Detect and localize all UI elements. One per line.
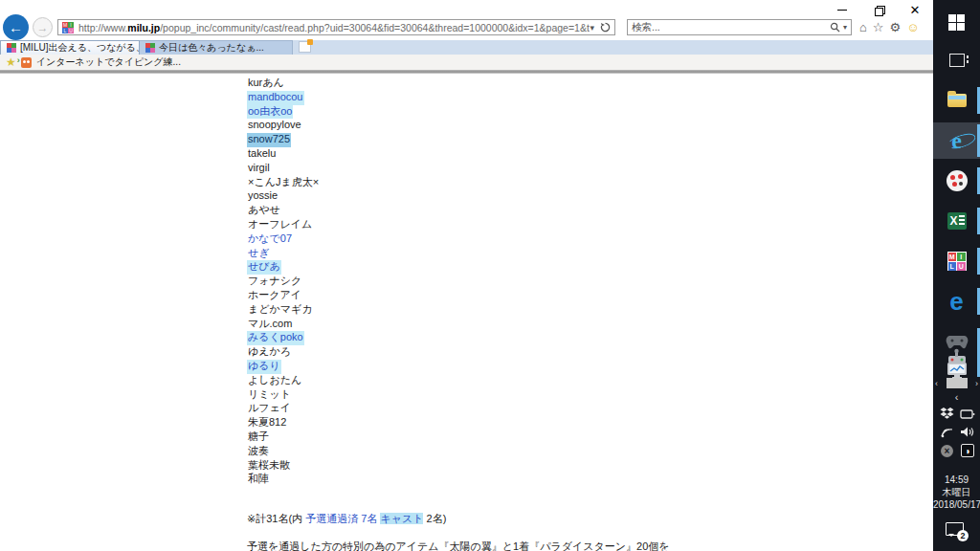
add-favorite-icon[interactable]: ★ [6, 56, 16, 68]
app-tray-icon[interactable]: ◑ [961, 444, 974, 457]
member-name: ルフェイ [247, 402, 292, 416]
new-tab-button[interactable] [299, 41, 311, 53]
member-name: マル.com [247, 318, 293, 332]
member-name[interactable]: oo由衣oo [247, 105, 293, 120]
clipped-paragraph: 予選を通過した方の特別の為のアイテム『太陽の翼』と1着『パラダイスターン』20個… [247, 540, 670, 551]
member-name[interactable]: せぎ [247, 247, 271, 261]
member-name-row: かなで07 [247, 232, 320, 247]
member-name-row: yossie [247, 189, 320, 204]
member-name[interactable]: せびあ [247, 260, 281, 275]
cast-link[interactable]: キャスト [380, 513, 423, 524]
task-view-icon [949, 54, 965, 67]
smiley-feedback-icon[interactable]: ☺ [906, 20, 919, 34]
member-name[interactable]: mandbocou [247, 91, 304, 105]
taskbar-joystick-app2[interactable] [933, 341, 980, 373]
task-view-button[interactable] [933, 42, 980, 78]
network-wifi-icon[interactable] [940, 426, 954, 438]
member-name[interactable]: みるくpoko [247, 331, 304, 345]
member-name-row: snoopylove [247, 119, 320, 133]
member-name-row: マル.com [247, 318, 320, 332]
member-name-list: kurあんmandbocouoo由衣oosnoopylovesnow725tak… [247, 77, 320, 487]
tray-show-hidden-icons[interactable]: ‹ [933, 391, 980, 403]
member-name-row: フォナシク [247, 275, 320, 289]
settings-gear-icon[interactable]: ⚙ [890, 20, 902, 34]
member-name: ゆえかろ [247, 345, 292, 360]
tab-favicon [7, 43, 16, 53]
joystick-icon [947, 348, 968, 365]
member-name-row: あやせ [247, 204, 320, 218]
display-tray-icon[interactable] [960, 408, 975, 420]
refresh-icon[interactable] [600, 22, 611, 33]
restore-button[interactable] [868, 2, 889, 17]
member-name[interactable]: snow725 [247, 133, 291, 147]
scrollbar-thumb[interactable] [947, 378, 968, 388]
member-name-row: virgil [247, 162, 320, 176]
member-name-row: 波奏 [247, 445, 320, 459]
taskbar-file-explorer[interactable] [933, 82, 980, 119]
dropbox-tray-icon[interactable] [940, 408, 954, 420]
search-dropdown-icon[interactable]: ▾ [843, 23, 847, 32]
windows-taskbar: e X MILU e [933, 0, 980, 551]
qualified-count-link[interactable]: 予選通過済 7名 [305, 513, 377, 524]
clock-date[interactable]: 2018/05/17 [933, 498, 980, 511]
tab-bar: [MILU]出会える、つながる、楽... × 今日は色々あったなぁ... [0, 40, 933, 55]
action-center-button[interactable]: 2 [946, 522, 967, 540]
member-name: 糖子 [247, 430, 270, 445]
member-name: yossie [247, 189, 278, 204]
scroll-left-icon[interactable]: ‹ [935, 379, 938, 388]
taskbar-milu-app[interactable]: MILU [933, 243, 980, 279]
member-name: 朱夏812 [247, 416, 287, 430]
member-name-row: ×こんJま虎太× [247, 176, 320, 190]
search-icon[interactable] [830, 22, 840, 33]
member-name-row: takelu [247, 147, 320, 162]
clock-time[interactable]: 14:59 [933, 474, 980, 486]
address-bar[interactable]: MILU http://www.milu.jp/popup_inc/commun… [57, 19, 615, 35]
member-name-row: ホークアイ [247, 289, 320, 303]
tab-milu-active[interactable]: [MILU]出会える、つながる、楽... × [0, 40, 140, 55]
member-name-row: snow725 [247, 133, 320, 147]
scroll-right-icon[interactable]: › [975, 379, 978, 388]
member-name-row: せぎ [247, 247, 320, 261]
member-name: ホークアイ [247, 289, 302, 303]
taskbar-scrollbar[interactable]: ‹ › [935, 377, 978, 389]
favorites-star-icon[interactable]: ☆ [873, 20, 884, 34]
taskbar-edge[interactable]: e [933, 283, 980, 320]
member-name-row: oo由衣oo [247, 105, 320, 120]
system-tray: × ◑ [937, 408, 977, 457]
url-dropdown-icon[interactable]: ▾ [590, 23, 594, 33]
clock-day[interactable]: 木曜日 [933, 486, 980, 498]
search-box[interactable]: 検索... ▾ [627, 19, 852, 35]
desktop-screen: ✕ ← → MILU http://www.milu.jp/popup_inc/… [0, 0, 980, 551]
volume-speaker-icon[interactable] [960, 426, 974, 438]
start-button[interactable] [933, 4, 980, 40]
member-name[interactable]: ゆるり [247, 360, 281, 374]
favorite-link[interactable]: インターネットでタイピング練... [36, 55, 181, 69]
member-name-row: kurあん [247, 77, 320, 91]
back-button[interactable]: ← [3, 14, 29, 40]
member-name: オーフレイム [247, 218, 313, 232]
member-name: 和陣 [247, 473, 270, 487]
favorite-site-icon [21, 57, 32, 68]
minimize-button[interactable] [832, 2, 853, 17]
member-name: フォナシク [247, 275, 302, 289]
member-name: リミット [247, 388, 292, 403]
member-name[interactable]: かなで07 [247, 232, 293, 247]
member-name: まどかマギカ [247, 303, 314, 318]
taskbar-internet-explorer[interactable]: e [933, 122, 980, 159]
taskbar-red-dots-app[interactable] [933, 163, 980, 199]
close-button[interactable]: ✕ [904, 2, 925, 17]
forward-button[interactable]: → [33, 17, 53, 37]
milu-app-icon: MILU [947, 252, 967, 271]
member-name-row: mandbocou [247, 91, 320, 105]
red-dots-app-icon [947, 170, 968, 191]
home-icon[interactable]: ⌂ [859, 20, 867, 34]
url-text[interactable]: http://www.milu.jp/popup_inc/community/c… [78, 22, 590, 33]
taskbar-excel[interactable]: X [933, 203, 980, 239]
ie-browser-window: ✕ ← → MILU http://www.milu.jp/popup_inc/… [0, 0, 933, 551]
summary-suffix: 2名) [423, 513, 446, 524]
member-name-row: よしおたん [247, 374, 320, 388]
sync-error-tray-icon[interactable]: × [941, 445, 953, 457]
back-arrow-icon: ← [9, 19, 23, 35]
tab-background[interactable]: 今日は色々あったなぁ... [140, 40, 293, 55]
search-input[interactable]: 検索... [632, 21, 830, 34]
